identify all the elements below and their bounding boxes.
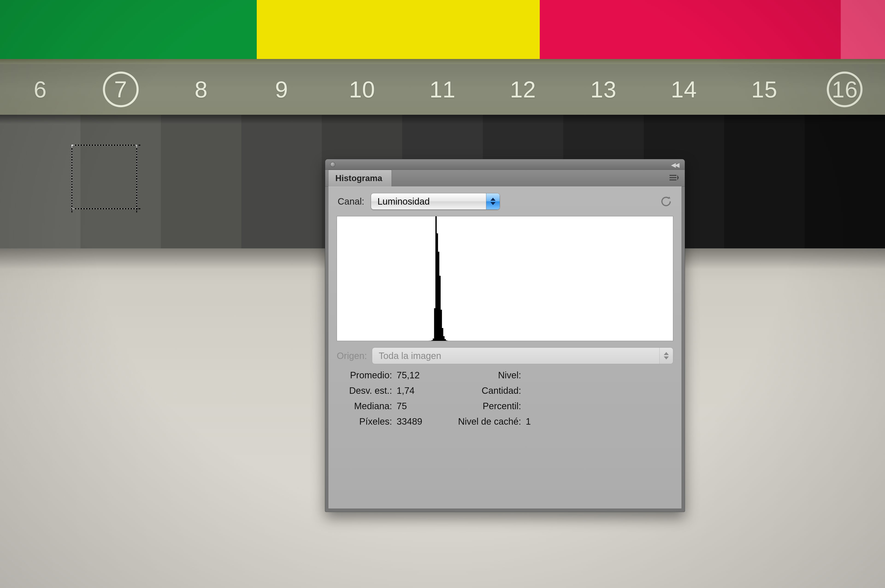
tab-histogram[interactable]: Histograma	[328, 170, 392, 187]
marquee-selection[interactable]	[72, 145, 137, 209]
ruler-cell-13: 13	[563, 64, 644, 115]
ruler-number: 8	[195, 76, 208, 103]
stat-mean-label: Promedio:	[337, 370, 397, 380]
channel-select-value: Luminosidad	[378, 196, 430, 207]
ruler-number: 14	[671, 76, 697, 103]
histogram-panel[interactable]: ◀◀ Histograma Canal: Luminosidad	[325, 159, 685, 512]
ruler-number: 13	[591, 76, 616, 103]
ruler-number: 11	[429, 76, 455, 103]
stat-percent-value	[526, 401, 554, 411]
ruler-cell-15: 15	[724, 64, 805, 115]
ruler-cell-10: 10	[322, 64, 402, 115]
dropdown-arrows-icon	[486, 193, 500, 210]
ruler-cell-7: 7	[80, 64, 161, 115]
stat-median-label: Mediana:	[337, 401, 397, 411]
stat-count-label: Cantidad:	[443, 386, 526, 396]
panel-tabstrip: Histograma	[325, 170, 685, 187]
stat-stddev-label: Desv. est.:	[337, 386, 397, 396]
stat-count-value	[526, 386, 554, 396]
collapse-icon[interactable]: ◀◀	[671, 161, 678, 169]
stat-level-value	[526, 370, 554, 380]
ruler-cell-16: 16	[805, 64, 885, 115]
stat-mean-value: 75,12	[397, 370, 443, 380]
stat-cache-value: 1	[526, 416, 554, 427]
close-icon[interactable]	[330, 162, 335, 167]
panel-body: Canal: Luminosidad Origen: Toda la image…	[328, 186, 682, 509]
ruler-number: 16	[832, 76, 858, 103]
ruler-cell-14: 14	[644, 64, 724, 115]
histogram-stats: Promedio: 75,12 Nivel: Desv. est.: 1,74 …	[337, 370, 673, 427]
channel-row: Canal: Luminosidad	[328, 187, 681, 214]
ruler-number: 12	[510, 76, 536, 103]
ruler-cell-9: 9	[241, 64, 322, 115]
origin-label: Origen:	[337, 351, 367, 361]
stat-percent-label: Percentil:	[443, 401, 526, 411]
histogram-plot[interactable]	[337, 216, 673, 341]
origin-row: Origen: Toda la imagen	[337, 348, 673, 364]
stat-level-label: Nivel:	[443, 370, 526, 380]
ruler-cell-11: 11	[402, 64, 483, 115]
ruler-number: 6	[34, 76, 47, 103]
ruler-number: 15	[752, 76, 777, 103]
channel-select[interactable]: Luminosidad	[371, 193, 500, 210]
gray-step-9	[241, 115, 322, 248]
gray-step-8	[161, 115, 241, 248]
ruler-number: 10	[349, 76, 375, 103]
stat-cache-label: Nivel de caché:	[443, 416, 526, 427]
channel-label: Canal:	[338, 196, 364, 207]
gray-step-15	[724, 115, 805, 248]
color-bar-row	[0, 0, 885, 59]
ruler-number: 9	[275, 76, 288, 103]
stat-median-value: 75	[397, 401, 443, 411]
wedge-shadow	[0, 115, 885, 124]
refresh-icon[interactable]	[660, 195, 672, 208]
color-swatch-pink	[841, 0, 885, 59]
color-swatch-yellow	[257, 0, 540, 59]
stat-pixels-value: 33489	[397, 416, 443, 427]
color-bar-seam	[0, 59, 885, 64]
panel-menu-icon[interactable]	[668, 173, 679, 182]
dropdown-arrows-icon	[659, 348, 673, 364]
ruler-number: 7	[114, 76, 127, 103]
gray-step-16	[805, 115, 885, 248]
step-number-ruler: 678910111213141516	[0, 64, 885, 115]
tab-histogram-label: Histograma	[335, 174, 382, 183]
color-swatch-magenta	[540, 0, 841, 59]
stat-stddev-value: 1,74	[397, 386, 443, 396]
color-swatch-green	[0, 0, 257, 59]
ruler-cell-6: 6	[0, 64, 80, 115]
ruler-cell-12: 12	[483, 64, 563, 115]
panel-titlebar[interactable]: ◀◀	[325, 159, 685, 170]
ruler-cell-8: 8	[161, 64, 241, 115]
origin-select: Toda la imagen	[372, 348, 673, 364]
origin-select-value: Toda la imagen	[379, 351, 441, 361]
stat-pixels-label: Píxeles:	[337, 416, 397, 427]
gray-step-6	[0, 115, 80, 248]
